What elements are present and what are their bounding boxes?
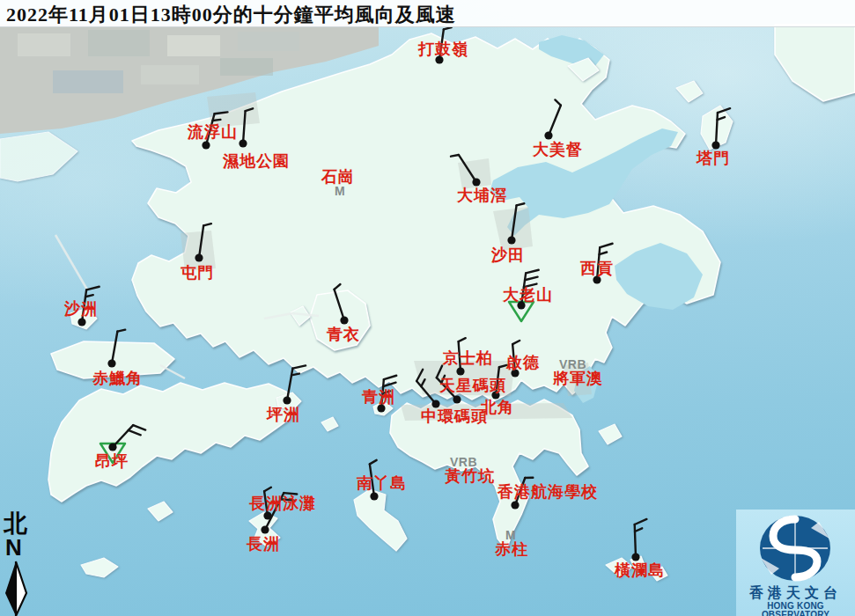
station-label: 坪洲: [267, 407, 300, 422]
station-label: 濕地公園: [223, 153, 290, 169]
wind-barb-feather: [264, 488, 271, 492]
station-marker: [340, 316, 348, 324]
wind-barb-feather: [370, 460, 377, 465]
station-label: 中環碼頭: [421, 408, 488, 424]
north-label-en: N: [5, 536, 22, 559]
wind-barb-feather: [517, 203, 525, 205]
wind-barb-staff: [243, 111, 246, 143]
station-label: 香港航海學校: [498, 484, 598, 500]
station-label: 黃竹坑: [445, 468, 495, 484]
wind-barb-staff: [287, 369, 292, 400]
station-label: 長洲泳灘: [249, 495, 316, 511]
station-marker: [107, 359, 115, 367]
map-title: 2022年11月01日13時00分的十分鐘平均風向及風速: [6, 2, 456, 28]
station-tag-vrb: VRB: [559, 358, 586, 370]
station-marker: [370, 492, 378, 500]
wind-barb-feather: [421, 379, 424, 386]
station-marker: [544, 131, 552, 139]
station-marker: [108, 443, 116, 451]
wind-barb-feather: [292, 365, 306, 368]
station-tag-m: M: [335, 185, 345, 197]
wind-barb-feather: [526, 270, 539, 274]
station-label: 北角: [481, 400, 514, 415]
station-label: 打鼓嶺: [418, 41, 468, 57]
station-marker: [283, 396, 291, 404]
station-marker: [261, 525, 269, 533]
station-label: 橫瀾島: [615, 562, 665, 578]
station-label: 將軍澳: [553, 370, 603, 386]
station-marker: [195, 253, 203, 261]
station-label: 青洲: [362, 389, 395, 405]
wind-barb-feather: [555, 99, 560, 105]
station-marker: [472, 178, 480, 186]
station-label: 大埔滘: [457, 187, 507, 203]
station-label: 昂坪: [95, 453, 129, 469]
station-marker: [711, 141, 719, 149]
wind-barb-feather: [215, 112, 228, 114]
wind-barb-feather: [512, 341, 520, 344]
station-marker: [453, 395, 461, 403]
wind-barb-feather: [600, 244, 612, 247]
station-label: 赤柱: [495, 541, 528, 557]
wind-barb-staff: [549, 106, 561, 136]
station-marker: [77, 318, 85, 326]
wind-barb-feather: [213, 120, 221, 121]
wind-barb-staff: [512, 205, 517, 240]
station-label: 沙田: [491, 247, 525, 263]
wind-barb-feather: [246, 108, 254, 111]
station-label: 天星碼頭: [439, 378, 506, 393]
wind-barb-feather: [86, 287, 100, 290]
station-label: 南丫島: [357, 475, 407, 491]
station-label: 西貢: [580, 260, 614, 276]
station-label: 啟德: [506, 355, 540, 370]
wind-barb-feather: [383, 383, 395, 386]
station-tag-m: M: [505, 529, 516, 541]
station-label: 青衣: [327, 326, 360, 342]
wind-barb-staff: [112, 332, 117, 363]
station-marker: [507, 236, 515, 244]
wind-barb-staff: [635, 524, 636, 557]
wind-barb-staff: [459, 155, 476, 182]
wind-barb-feather: [459, 338, 466, 341]
wind-barb-staff: [416, 381, 436, 404]
station-label: 屯門: [181, 265, 214, 281]
station-label: 大老山: [503, 287, 553, 303]
wind-barb-feather: [635, 528, 642, 532]
wind-barb-feather: [635, 519, 647, 524]
wind-barb-staff: [335, 290, 344, 320]
wind-barb-feather: [718, 108, 730, 113]
wind-barb-staff: [199, 225, 203, 258]
wind-barb-feather: [129, 430, 141, 435]
wind-barb-feather: [451, 155, 459, 157]
wind-barb-feather: [525, 277, 538, 281]
station-marker: [456, 367, 464, 375]
wind-barb-staff: [716, 113, 718, 145]
wind-map: 2022年11月01日13時00分的十分鐘平均風向及風速 北 N 香港天文台 H…: [0, 0, 855, 616]
station-label: 赤鱲角: [92, 370, 143, 386]
wind-barb-feather: [416, 370, 423, 381]
station-label: 石崗: [321, 169, 355, 185]
wind-barb-feather: [117, 330, 125, 332]
wind-barb-feather: [203, 224, 211, 225]
hko-logo-en: HONG KONG OBSERVATORY: [736, 602, 855, 616]
hko-logo-emblem: [736, 510, 855, 585]
station-label: 京士柏: [443, 350, 493, 366]
station-marker: [202, 141, 210, 149]
station-label: 流浮山: [188, 124, 238, 140]
wind-barb-feather: [335, 284, 341, 290]
hko-logo-zh: 香港天文台: [736, 586, 855, 600]
hko-logo: 香港天文台 HONG KONG OBSERVATORY: [736, 510, 855, 616]
north-label-zh: 北: [4, 512, 27, 536]
wind-barb-feather: [133, 425, 145, 429]
station-label: 沙洲: [64, 301, 98, 317]
station-label: 塔門: [697, 150, 730, 166]
compass-needle: [5, 561, 26, 616]
station-marker: [631, 553, 639, 561]
station-label: 大美督: [533, 142, 583, 158]
stations-layer: [0, 0, 855, 616]
wind-barb-feather: [384, 376, 396, 379]
title-bar: 2022年11月01日13時00分的十分鐘平均風向及風速: [0, 0, 855, 27]
station-marker: [239, 139, 247, 147]
station-marker: [511, 501, 519, 509]
station-label: 長洲: [247, 536, 280, 552]
